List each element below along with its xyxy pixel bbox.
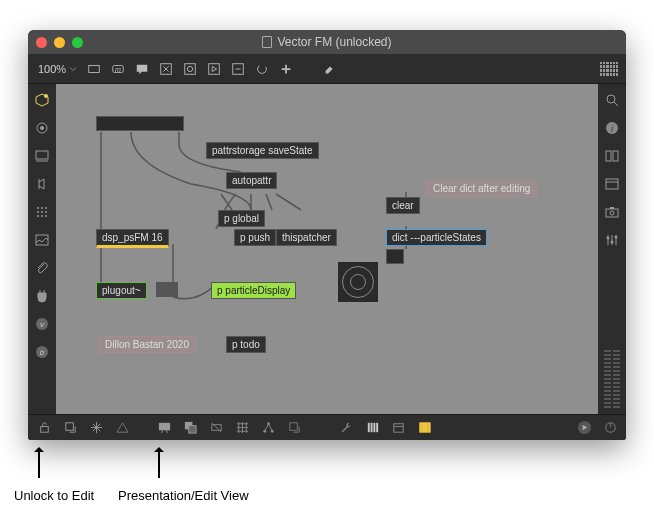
plugout-object[interactable]: plugout~ (96, 282, 147, 299)
comment-tool-button[interactable] (131, 59, 153, 79)
reference-button[interactable] (602, 146, 622, 166)
mixer-button[interactable] (602, 230, 622, 250)
svg-rect-6 (185, 63, 196, 74)
main-body: v b pattrstorage saveState autop (28, 84, 626, 414)
bottom-new-view-button[interactable] (284, 418, 304, 438)
record-icon-button[interactable] (32, 118, 52, 138)
dsp-object[interactable]: dsp_psFM 16 (96, 229, 169, 248)
presentation-annotation: Presentation/Edit View (118, 488, 249, 503)
layers-button[interactable] (180, 418, 200, 438)
svg-point-48 (611, 241, 614, 244)
svg-rect-82 (422, 423, 424, 432)
message-tool-button[interactable]: m (107, 59, 129, 79)
search-button[interactable] (602, 90, 622, 110)
js-objects-button[interactable]: v (32, 314, 52, 334)
svg-rect-17 (36, 151, 48, 159)
svg-point-27 (45, 215, 47, 217)
matrix-button[interactable] (32, 202, 52, 222)
scope-object[interactable] (338, 262, 378, 302)
warning-button[interactable] (112, 418, 132, 438)
object-palette-button[interactable] (32, 90, 52, 110)
svg-rect-77 (373, 423, 375, 432)
play-button[interactable] (574, 418, 594, 438)
image-objects-button[interactable] (32, 230, 52, 250)
external-annotations: Unlock to Edit Presentation/Edit View (28, 448, 626, 518)
attachment-button[interactable] (32, 258, 52, 278)
svg-point-49 (615, 236, 618, 239)
lock-button[interactable] (34, 418, 54, 438)
chevron-down-icon (69, 66, 77, 72)
audio-objects-button[interactable] (32, 174, 52, 194)
svg-rect-79 (393, 424, 402, 432)
credit-comment[interactable]: Dillon Bastan 2020 (98, 336, 196, 353)
piano-button[interactable] (362, 418, 382, 438)
grid-toggle-button[interactable] (232, 418, 252, 438)
bang-tool-button[interactable] (155, 59, 177, 79)
wrench-button[interactable] (336, 418, 356, 438)
svg-point-47 (607, 237, 610, 240)
beap-button[interactable]: b (32, 342, 52, 362)
thispatcher-object[interactable]: thispatcher (276, 229, 337, 246)
signal-meter-button[interactable] (414, 418, 434, 438)
object-tool-button[interactable] (83, 59, 105, 79)
svg-rect-75 (367, 423, 369, 432)
svg-point-42 (610, 211, 614, 215)
grid-view-button[interactable] (598, 59, 620, 79)
new-view-button[interactable] (60, 418, 80, 438)
plugin-button[interactable] (32, 286, 52, 306)
route-button[interactable] (258, 418, 278, 438)
svg-point-24 (45, 211, 47, 213)
level-meter (604, 348, 620, 408)
power-button[interactable] (600, 418, 620, 438)
svg-point-26 (41, 215, 43, 217)
svg-rect-50 (40, 427, 48, 433)
maximize-window-button[interactable] (72, 37, 83, 48)
title-text: Vector FM (unlocked) (277, 35, 391, 49)
add-tool-button[interactable] (275, 59, 297, 79)
blank-object[interactable] (96, 116, 184, 131)
calendar-button[interactable] (388, 418, 408, 438)
svg-rect-81 (419, 423, 421, 432)
clear-message[interactable]: clear (386, 197, 420, 214)
unlock-annotation: Unlock to Edit (14, 488, 94, 503)
patcher-canvas[interactable]: pattrstorage saveState autopattr p globa… (56, 84, 598, 414)
svg-point-16 (40, 126, 44, 130)
close-window-button[interactable] (36, 37, 47, 48)
button-tool-button[interactable] (203, 59, 225, 79)
pattrstorage-object[interactable]: pattrstorage saveState (206, 142, 319, 159)
dict-object[interactable]: dict ---particleStates (386, 229, 487, 246)
bottom-toolbar (28, 414, 626, 440)
autopattr-object[interactable]: autopattr (226, 172, 277, 189)
document-icon (262, 36, 272, 48)
paint-tool-button[interactable] (319, 59, 341, 79)
zoom-level[interactable]: 100% (34, 61, 81, 77)
svg-rect-78 (376, 423, 378, 432)
outlet-object[interactable] (156, 282, 178, 297)
svg-rect-38 (613, 151, 618, 161)
ui-objects-button[interactable] (32, 146, 52, 166)
console-button[interactable] (602, 174, 622, 194)
blank-outlet[interactable] (386, 249, 404, 264)
toggle-tool-button[interactable] (179, 59, 201, 79)
clear-dict-comment[interactable]: Clear dict after editing (426, 180, 537, 197)
svg-line-34 (614, 102, 618, 106)
freeze-button[interactable] (86, 418, 106, 438)
presentation-mode-button[interactable] (154, 418, 174, 438)
p-global-object[interactable]: p global (218, 210, 265, 227)
p-particle-display-object[interactable]: p particleDisplay (211, 282, 296, 299)
number-tool-button[interactable] (227, 59, 249, 79)
svg-point-7 (188, 66, 193, 71)
inspector-button[interactable]: i (602, 118, 622, 138)
svg-line-72 (264, 424, 268, 432)
svg-line-58 (166, 430, 167, 433)
minimize-window-button[interactable] (54, 37, 65, 48)
svg-rect-51 (65, 423, 73, 431)
svg-rect-28 (36, 235, 48, 245)
p-todo-object[interactable]: p todo (226, 336, 266, 353)
svg-point-22 (37, 211, 39, 213)
snapshot-button[interactable] (602, 202, 622, 222)
svg-line-73 (268, 424, 272, 432)
hide-button[interactable] (206, 418, 226, 438)
dial-tool-button[interactable] (251, 59, 273, 79)
p-push-object[interactable]: p push (234, 229, 276, 246)
